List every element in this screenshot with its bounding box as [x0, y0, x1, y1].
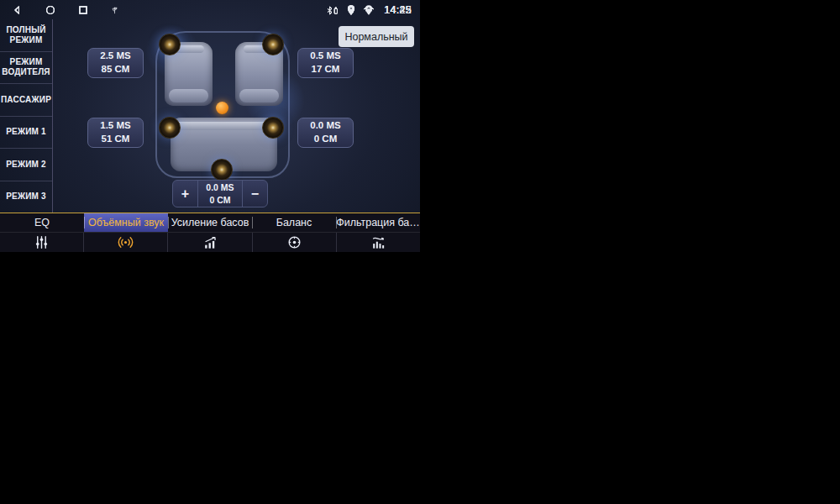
delay-cm: 0 CM [314, 133, 337, 146]
tab-icon-row [0, 232, 420, 252]
rear-left-delay-button[interactable]: 1.5 MS 51 CM [87, 118, 144, 148]
delay-cm: 17 CM [312, 63, 340, 76]
car-cabin-diagram [155, 31, 290, 178]
balance-icon[interactable] [252, 233, 336, 252]
tab-item[interactable]: EQ [0, 213, 84, 232]
delay-cm: 0 CM [209, 194, 230, 206]
tab-label-row: EQОбъёмный звукУсиление басовБалансФильт… [0, 213, 420, 232]
front-left-delay-button[interactable]: 2.5 MS 85 CM [87, 48, 144, 78]
sound-mode-item[interactable]: РЕЖИМ 2 [0, 149, 52, 181]
delay-cm: 85 CM [102, 63, 130, 76]
rear-right-speaker-icon[interactable] [262, 117, 284, 139]
filter-icon[interactable] [336, 233, 420, 252]
center-delay-control: + 0.0 MS 0 CM − [172, 180, 268, 207]
sound-mode-item[interactable]: РЕЖИМ 3 [0, 181, 52, 213]
recents-icon[interactable] [77, 4, 89, 16]
head-unit-screen: 14:25 87.5091.6095.7099.80103.90108.00 F… [0, 0, 840, 504]
delay-ms: 2.5 MS [100, 50, 130, 63]
location-icon [345, 4, 357, 16]
rear-left-speaker-icon[interactable] [159, 117, 181, 139]
sound-mode-item[interactable]: ПАССАЖИР [0, 84, 52, 117]
sound-profile-button[interactable]: Нормальный [339, 26, 414, 47]
listener-position-dot[interactable] [216, 102, 228, 114]
wifi-icon [363, 4, 375, 16]
surround-sound-icon[interactable] [83, 233, 167, 252]
tab-item[interactable]: Объёмный звук [84, 213, 168, 232]
surround-screen: 14:25 ПОЛНЫЙ РЕЖИМРЕЖИМ ВОДИТЕЛЯПАССАЖИР… [0, 0, 420, 252]
eq-sliders-icon[interactable] [0, 233, 83, 252]
sound-mode-item[interactable]: РЕЖИМ 1 [0, 117, 52, 150]
sound-mode-item[interactable]: ПОЛНЫЙ РЕЖИМ [0, 19, 52, 52]
home-icon[interactable] [45, 4, 56, 16]
tab-item[interactable]: Фильтрация ба… [336, 213, 420, 232]
bass-boost-icon[interactable] [167, 233, 251, 252]
center-delay-value: 0.0 MS 0 CM [197, 181, 243, 207]
subwoofer-icon[interactable] [211, 159, 233, 181]
rear-right-delay-button[interactable]: 0.0 MS 0 CM [297, 118, 354, 148]
tab-item[interactable]: Усиление басов [168, 213, 252, 232]
listening-mode-list: ПОЛНЫЙ РЕЖИМРЕЖИМ ВОДИТЕЛЯПАССАЖИРРЕЖИМ … [0, 19, 53, 213]
tab-item[interactable]: Баланс [252, 213, 336, 232]
sound-mode-item[interactable]: РЕЖИМ ВОДИТЕЛЯ [0, 52, 52, 85]
delay-ms: 1.5 MS [100, 119, 130, 133]
delay-cm: 51 CM [102, 133, 130, 146]
delay-plus-button[interactable]: + [173, 181, 197, 207]
delay-ms: 0.5 MS [310, 50, 340, 63]
front-right-speaker-icon[interactable] [262, 34, 284, 55]
surround-status-bar: 14:25 [0, 0, 420, 20]
bluetooth-battery-icon [325, 5, 339, 16]
delay-ms: 0.0 MS [206, 181, 234, 193]
delay-minus-button[interactable]: − [243, 181, 267, 207]
front-right-delay-button[interactable]: 0.5 MS 17 CM [297, 48, 354, 78]
clock: 14:25 [384, 4, 412, 16]
front-left-speaker-icon[interactable] [159, 34, 181, 55]
back-icon[interactable] [12, 4, 24, 16]
sound-tabs-right: EQОбъёмный звукУсиление басовБалансФильт… [0, 213, 420, 252]
delay-ms: 0.0 MS [310, 119, 340, 133]
